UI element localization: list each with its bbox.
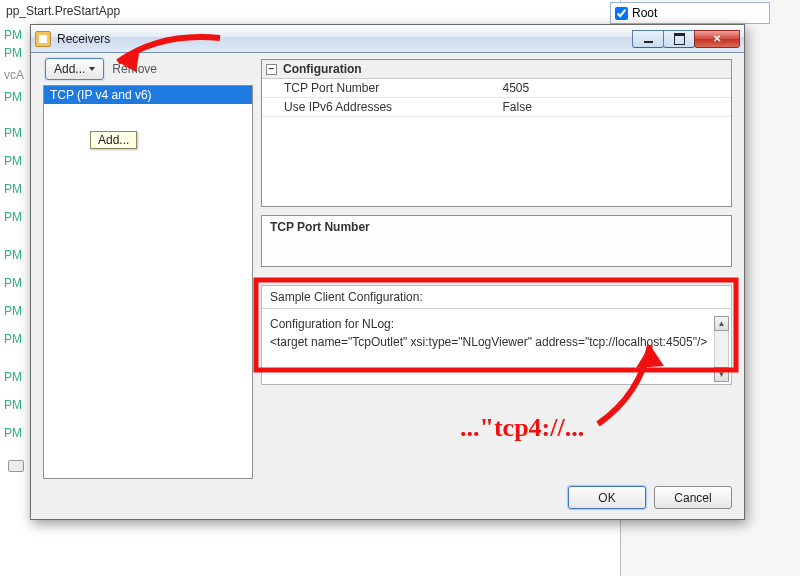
collapse-icon[interactable]: − <box>266 64 277 75</box>
propgrid-row[interactable]: TCP Port Number 4505 <box>262 79 731 98</box>
propgrid-key: TCP Port Number <box>262 79 497 98</box>
sample-line1: Configuration for NLog: <box>270 315 723 333</box>
scroll-down-icon[interactable]: ▼ <box>714 367 729 382</box>
titlebar[interactable]: Receivers <box>31 25 744 53</box>
remove-button[interactable]: Remove <box>110 58 159 80</box>
property-grid[interactable]: − Configuration TCP Port Number 4505 Use… <box>261 59 732 207</box>
description-heading: TCP Port Number <box>270 220 723 234</box>
add-tooltip: Add... <box>90 131 137 149</box>
receiver-list[interactable]: TCP (IP v4 and v6) Add... <box>43 85 253 479</box>
root-box[interactable]: Root <box>610 2 770 24</box>
propgrid-val[interactable]: 4505 <box>497 79 732 98</box>
bg-slider <box>8 460 24 472</box>
bg-pm: PM <box>4 276 22 290</box>
list-item[interactable]: TCP (IP v4 and v6) <box>44 86 252 104</box>
bg-pm: PM <box>4 90 22 104</box>
bg-vc: vcA <box>4 68 24 82</box>
sample-heading: Sample Client Configuration: <box>262 286 731 309</box>
bg-pm: PM <box>4 154 22 168</box>
bg-pm: PM <box>4 426 22 440</box>
cancel-button[interactable]: Cancel <box>654 486 732 509</box>
bg-pm: PM <box>4 248 22 262</box>
propgrid-val[interactable]: False <box>497 98 732 117</box>
dropdown-icon <box>89 67 95 71</box>
sample-scrollbar[interactable]: ▲ ▼ <box>714 316 729 382</box>
description-pane: TCP Port Number <box>261 215 732 267</box>
propgrid-heading: Configuration <box>283 62 362 76</box>
list-item-label: TCP (IP v4 and v6) <box>50 88 152 102</box>
propgrid-table: TCP Port Number 4505 Use IPv6 Addresses … <box>262 79 731 117</box>
propgrid-key: Use IPv6 Addresses <box>262 98 497 117</box>
left-column: Add... Remove TCP (IP v4 and v6) Add... <box>43 59 253 479</box>
propgrid-heading-row[interactable]: − Configuration <box>262 60 731 79</box>
sample-config-box: Sample Client Configuration: Configurati… <box>261 285 732 385</box>
window-buttons <box>633 30 740 48</box>
bg-pm: PM <box>4 46 22 60</box>
app-icon <box>35 31 51 47</box>
minimize-button[interactable] <box>632 30 664 48</box>
dialog-body: Add... Remove TCP (IP v4 and v6) Add... … <box>39 59 736 479</box>
propgrid-row[interactable]: Use IPv6 Addresses False <box>262 98 731 117</box>
sample-content[interactable]: Configuration for NLog: <target name="Tc… <box>262 309 731 357</box>
dialog-buttons: OK Cancel <box>568 486 732 509</box>
bg-pm: PM <box>4 398 22 412</box>
ok-button[interactable]: OK <box>568 486 646 509</box>
bg-pm: PM <box>4 182 22 196</box>
add-button[interactable]: Add... <box>45 58 104 80</box>
bg-pm: PM <box>4 370 22 384</box>
sample-line2: <target name="TcpOutlet" xsi:type="NLogV… <box>270 333 723 351</box>
maximize-button[interactable] <box>663 30 695 48</box>
bg-pm: PM <box>4 126 22 140</box>
bg-pm: PM <box>4 332 22 346</box>
right-column: − Configuration TCP Port Number 4505 Use… <box>261 59 732 479</box>
root-checkbox[interactable] <box>615 7 628 20</box>
receivers-dialog: Receivers Add... Remove TCP (IP v4 and v… <box>30 24 745 520</box>
scroll-up-icon[interactable]: ▲ <box>714 316 729 331</box>
root-label: Root <box>632 6 657 20</box>
bg-pm: PM <box>4 210 22 224</box>
bg-pm: PM <box>4 28 22 42</box>
bg-title: pp_Start.PreStartApp <box>6 4 120 18</box>
scroll-track[interactable] <box>714 331 729 367</box>
add-button-label: Add... <box>54 62 85 76</box>
dialog-title: Receivers <box>57 32 633 46</box>
bg-pm: PM <box>4 304 22 318</box>
toolbar: Add... Remove <box>43 59 253 83</box>
close-button[interactable] <box>694 30 740 48</box>
remove-button-label: Remove <box>112 62 157 76</box>
